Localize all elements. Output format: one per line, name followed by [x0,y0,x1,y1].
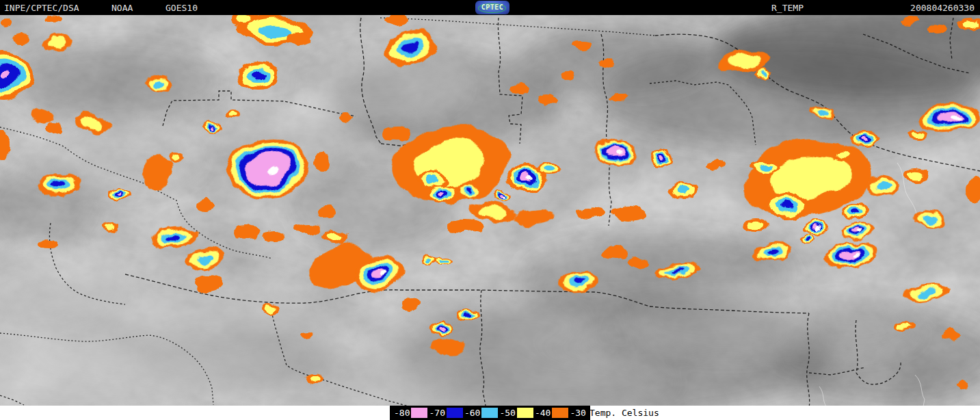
storm-cell [841,202,869,219]
storm-cell [305,373,324,384]
storm-cell [11,33,30,44]
storm-cell [800,235,817,244]
storm-cell [386,14,408,25]
storm-cell [167,152,183,163]
storm-cell [942,329,959,341]
storm-cell [832,148,853,161]
storm-cell [572,40,591,48]
legend-scale: -80-70-60-50-40-30 [390,406,590,420]
storm-cell [46,122,64,133]
logo-text: CPTEC [481,3,504,11]
storm-cell [421,255,438,265]
storm-cell [766,192,807,219]
storm-cell [611,94,627,102]
storm-cell [900,16,919,25]
storm-cell [436,257,451,265]
legend-temp-label: -30 [570,408,585,418]
legend-bar: -80-70-60-50-40-30 Temp. Celsius [0,406,980,420]
satellite-label: GOES10 [165,3,198,13]
storm-cell [318,206,336,218]
storm-cell [895,323,914,331]
storm-cell [850,131,880,146]
storm-cell [195,276,222,292]
storm-cell [38,240,57,250]
legend-color-swatch [447,408,463,418]
legend-temp-label: -50 [499,408,515,418]
storm-cell [538,94,557,105]
storm-cell [426,185,456,203]
cptec-logo: CPTEC [475,1,509,14]
storm-cell [262,304,278,314]
storm-cell [101,222,118,230]
storm-cell [238,61,279,90]
storm-cell [1,19,13,26]
storm-cell [429,321,453,335]
legend-temp-label: -60 [464,408,480,418]
storm-cell [903,168,930,182]
storm-cell [383,127,410,141]
legend-temp-label: -40 [535,408,551,418]
storm-cell [197,200,216,211]
storm-cell [321,229,349,243]
storm-cell [203,122,224,133]
storm-cell [705,160,724,171]
storm-cell [756,70,771,78]
storm-cell [602,246,629,260]
legend-color-swatch [552,408,568,418]
storm-cell [339,114,352,122]
storm-cell [494,191,512,202]
storm-cell [301,332,312,339]
satellite-map [0,0,980,420]
storm-cell [751,159,781,176]
storm-cell [561,72,574,80]
timestamp-label: 200804260330 [910,3,975,13]
storm-cell [742,219,769,233]
storm-cell [612,207,646,220]
header-bar: INPE/CPTEC/DSA NOAA GOES10 CPTEC R_TEMP … [0,0,980,15]
storm-cell [448,219,482,233]
storm-cell [263,231,284,241]
storm-cell [45,15,62,23]
satellite-product: INPE/CPTEC/DSA NOAA GOES10 CPTEC R_TEMP … [0,0,980,420]
storm-cell [908,129,927,140]
storm-cell [628,258,647,269]
legend-title: Temp. Celsius [590,408,659,418]
product-label: R_TEMP [771,3,804,13]
agency-label: INPE/CPTEC/DSA [4,3,79,13]
legend-color-swatch [411,408,427,418]
storm-cell [289,33,310,45]
network-label: NOAA [111,3,133,13]
storm-cell [598,58,614,68]
legend-color-swatch [481,408,498,418]
storm-cell [804,221,828,235]
storm-cell [231,226,261,239]
storm-cell [670,182,698,198]
storm-cell [401,299,420,310]
storm-cell [576,207,603,218]
storm-cell [512,84,528,94]
storm-cell [457,309,477,321]
storm-cell [927,23,946,34]
legend-temp-label: -80 [394,408,410,418]
storm-cell [956,382,970,391]
storm-cell [109,187,130,200]
storm-cell [224,109,241,119]
storm-cell [648,149,672,167]
legend-color-swatch [517,408,533,418]
storm-cell [295,224,320,235]
legend-temp-label: -70 [429,408,445,418]
storm-cell [315,152,328,171]
storm-cell [538,161,559,175]
